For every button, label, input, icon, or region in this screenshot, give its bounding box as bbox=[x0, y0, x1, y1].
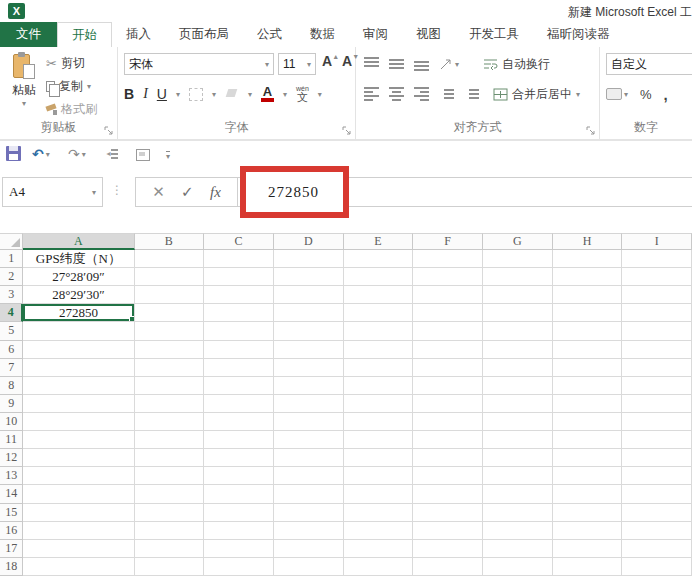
cell-E8[interactable] bbox=[344, 377, 414, 395]
column-header-D[interactable]: D bbox=[274, 233, 344, 250]
cell-D18[interactable] bbox=[274, 558, 344, 576]
cell-E2[interactable] bbox=[344, 268, 414, 286]
undo-dropdown-icon[interactable]: ▾ bbox=[46, 150, 50, 159]
cell-C7[interactable] bbox=[204, 359, 274, 377]
cell-D12[interactable] bbox=[274, 449, 344, 467]
cell-D6[interactable] bbox=[274, 341, 344, 359]
enter-icon[interactable]: ✓ bbox=[181, 183, 194, 201]
cell-B2[interactable] bbox=[135, 268, 205, 286]
cell-G6[interactable] bbox=[483, 341, 553, 359]
cell-H8[interactable] bbox=[553, 377, 623, 395]
cell-A10[interactable] bbox=[23, 413, 134, 431]
cut-button[interactable]: ✂ 剪切 bbox=[46, 55, 85, 72]
cell-G12[interactable] bbox=[483, 449, 553, 467]
column-header-H[interactable]: H bbox=[553, 233, 623, 250]
cell-C12[interactable] bbox=[204, 449, 274, 467]
decrease-indent-icon[interactable] bbox=[439, 87, 454, 101]
cell-D3[interactable] bbox=[274, 286, 344, 304]
cell-D15[interactable] bbox=[274, 504, 344, 522]
tab-formulas[interactable]: 公式 bbox=[243, 22, 296, 47]
cell-E13[interactable] bbox=[344, 467, 414, 485]
font-color-button[interactable]: A bbox=[261, 86, 274, 102]
cell-I11[interactable] bbox=[622, 431, 692, 449]
toolbar-extra-button-2[interactable] bbox=[136, 149, 150, 161]
cell-F8[interactable] bbox=[413, 377, 483, 395]
cell-E16[interactable] bbox=[344, 522, 414, 540]
phonetic-dropdown-icon[interactable]: ▾ bbox=[318, 90, 322, 99]
cell-A4[interactable]: 272850 bbox=[23, 304, 134, 322]
cell-H10[interactable] bbox=[553, 413, 623, 431]
align-bottom-icon[interactable] bbox=[414, 57, 429, 71]
column-header-A[interactable]: A bbox=[23, 233, 134, 250]
cell-B9[interactable] bbox=[135, 395, 205, 413]
cell-G10[interactable] bbox=[483, 413, 553, 431]
cell-F16[interactable] bbox=[413, 522, 483, 540]
cell-C8[interactable] bbox=[204, 377, 274, 395]
cell-G14[interactable] bbox=[483, 485, 553, 503]
cell-I4[interactable] bbox=[622, 304, 692, 322]
cell-G2[interactable] bbox=[483, 268, 553, 286]
paste-dropdown-icon[interactable]: ▾ bbox=[22, 99, 26, 108]
save-button[interactable] bbox=[6, 146, 21, 161]
tab-foxit-reader[interactable]: 福昕阅读器 bbox=[533, 22, 624, 47]
cell-A13[interactable] bbox=[23, 467, 134, 485]
cell-I14[interactable] bbox=[622, 485, 692, 503]
cell-C11[interactable] bbox=[204, 431, 274, 449]
cell-E17[interactable] bbox=[344, 540, 414, 558]
cell-H3[interactable] bbox=[553, 286, 623, 304]
cell-G3[interactable] bbox=[483, 286, 553, 304]
orientation-button[interactable]: ▾ bbox=[439, 58, 459, 71]
tab-file[interactable]: 文件 bbox=[0, 22, 57, 47]
cell-A12[interactable] bbox=[23, 449, 134, 467]
cell-D7[interactable] bbox=[274, 359, 344, 377]
cell-H14[interactable] bbox=[553, 485, 623, 503]
cell-D10[interactable] bbox=[274, 413, 344, 431]
wrap-text-button[interactable]: 自动换行 bbox=[483, 56, 550, 73]
cell-A7[interactable] bbox=[23, 359, 134, 377]
cell-H5[interactable] bbox=[553, 322, 623, 340]
cell-E14[interactable] bbox=[344, 485, 414, 503]
cell-A5[interactable] bbox=[23, 322, 134, 340]
cell-H6[interactable] bbox=[553, 341, 623, 359]
select-all-corner[interactable] bbox=[0, 233, 23, 250]
cell-H17[interactable] bbox=[553, 540, 623, 558]
cell-I3[interactable] bbox=[622, 286, 692, 304]
cell-H1[interactable] bbox=[553, 250, 623, 268]
cell-B5[interactable] bbox=[135, 322, 205, 340]
column-header-I[interactable]: I bbox=[622, 233, 692, 250]
cell-B18[interactable] bbox=[135, 558, 205, 576]
cell-E11[interactable] bbox=[344, 431, 414, 449]
comma-style-button[interactable]: , bbox=[664, 86, 668, 103]
cell-I17[interactable] bbox=[622, 540, 692, 558]
column-header-E[interactable]: E bbox=[344, 233, 414, 250]
row-header-3[interactable]: 3 bbox=[0, 286, 23, 304]
cell-A9[interactable] bbox=[23, 395, 134, 413]
cell-H9[interactable] bbox=[553, 395, 623, 413]
tab-data[interactable]: 数据 bbox=[296, 22, 349, 47]
borders-dropdown-icon[interactable]: ▾ bbox=[212, 90, 216, 99]
underline-button[interactable]: U bbox=[157, 86, 167, 102]
cell-C4[interactable] bbox=[204, 304, 274, 322]
percent-style-button[interactable]: % bbox=[640, 87, 652, 102]
cell-A8[interactable] bbox=[23, 377, 134, 395]
align-top-icon[interactable] bbox=[364, 57, 379, 71]
cell-E5[interactable] bbox=[344, 322, 414, 340]
phonetic-guide-button[interactable]: wén 文 bbox=[296, 85, 309, 103]
cell-B7[interactable] bbox=[135, 359, 205, 377]
alignment-dialog-launcher-icon[interactable] bbox=[586, 126, 595, 135]
cell-C9[interactable] bbox=[204, 395, 274, 413]
number-format-combo[interactable]: 自定义 bbox=[606, 53, 692, 75]
cell-I10[interactable] bbox=[622, 413, 692, 431]
cell-C18[interactable] bbox=[204, 558, 274, 576]
cell-B16[interactable] bbox=[135, 522, 205, 540]
cell-C10[interactable] bbox=[204, 413, 274, 431]
cell-I12[interactable] bbox=[622, 449, 692, 467]
align-left-icon[interactable] bbox=[364, 87, 379, 101]
clipboard-dialog-launcher-icon[interactable] bbox=[104, 126, 113, 135]
cell-I18[interactable] bbox=[622, 558, 692, 576]
cell-F10[interactable] bbox=[413, 413, 483, 431]
column-header-G[interactable]: G bbox=[483, 233, 553, 250]
cell-B1[interactable] bbox=[135, 250, 205, 268]
row-header-14[interactable]: 14 bbox=[0, 485, 23, 503]
row-header-18[interactable]: 18 bbox=[0, 558, 23, 576]
